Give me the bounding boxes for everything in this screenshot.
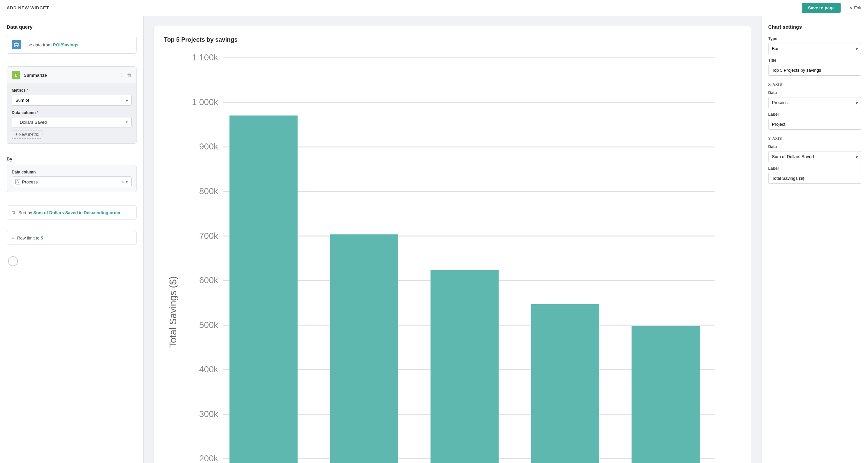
svg-text:200k: 200k (199, 453, 219, 463)
add-step-button[interactable]: + (8, 256, 18, 266)
summarize-actions: ⋮ 🗑 (120, 72, 131, 78)
connector-line-2 (13, 150, 13, 157)
row-limit-value[interactable]: 5 (41, 235, 43, 240)
connector-line-1 (13, 60, 13, 66)
sort-text: Sort by Sum of Dollars Saved in Descendi… (18, 210, 121, 215)
right-panel: Chart settings Type Bar Line Pie ▾ Title… (761, 16, 868, 463)
y-axis-section-label: Y-AXIS (768, 136, 861, 140)
page-title: ADD NEW WIDGET (7, 5, 49, 10)
process-clear-button[interactable]: × (121, 179, 124, 185)
svg-text:1 100k: 1 100k (192, 53, 218, 62)
new-metric-button[interactable]: + New metric (12, 130, 42, 139)
sort-field-link[interactable]: Sum of Dollars Saved (33, 210, 78, 215)
data-column-select[interactable]: # Dollars Saved ▾ (12, 117, 131, 127)
top-bar: ADD NEW WIDGET Save to page ✕ Exit (0, 0, 868, 16)
by-data-column-label: Data column (12, 170, 131, 174)
roi-savings-link[interactable]: ROI/Savings (53, 42, 79, 47)
metrics-label: Metrics * (12, 88, 131, 93)
svg-text:400k: 400k (199, 364, 219, 374)
x-data-select[interactable]: Process (768, 97, 861, 108)
x-axis-section-label: X-AXIS (768, 82, 861, 87)
summarize-header: Σ Summarize ⋮ 🗑 (7, 67, 136, 84)
row-limit-icon: ≡ (12, 235, 14, 240)
metrics-select-wrapper: Sum of Count of Average of Min of Max of… (12, 95, 131, 106)
by-label: By (7, 157, 136, 161)
bar-3 (431, 270, 499, 463)
summarize-label: Summarize (24, 73, 47, 78)
y-data-label: Data (768, 144, 861, 149)
type-select-wrapper: Bar Line Pie ▾ (768, 43, 861, 54)
close-icon: ✕ (849, 5, 852, 10)
bar-4 (531, 304, 599, 463)
x-label-input[interactable] (768, 119, 861, 130)
sort-icon: ⇅ (12, 210, 16, 215)
chart-title: Top 5 Projects by savings (164, 36, 741, 43)
type-label: Type (768, 36, 861, 41)
svg-text:900k: 900k (199, 141, 219, 152)
svg-text:1 000k: 1 000k (192, 97, 218, 107)
bar-5 (632, 326, 700, 463)
sort-box: ⇅ Sort by Sum of Dollars Saved in Descen… (7, 205, 136, 220)
summarize-left: Σ Summarize (12, 71, 47, 79)
summarize-delete-button[interactable]: 🗑 (127, 72, 131, 78)
divider (845, 4, 845, 12)
row-limit-text: Row limit to 5 (17, 235, 43, 240)
y-data-select-wrap: Sum of Dollars Saved ▾ (768, 151, 861, 162)
svg-text:Total Savings ($): Total Savings ($) (167, 276, 178, 348)
data-column-value: Dollars Saved (20, 120, 124, 125)
connector-line-5 (13, 245, 13, 252)
row-limit-box: ≡ Row limit to 5 (7, 231, 136, 245)
database-icon (12, 40, 21, 49)
process-select[interactable]: A Process × ▾ (12, 176, 131, 187)
data-column-label: Data column * (12, 110, 131, 115)
x-data-label: Data (768, 90, 861, 95)
data-query-title: Data query (7, 24, 136, 30)
svg-text:800k: 800k (199, 186, 219, 196)
chart-container: Top 5 Projects by savings Total Savings … (154, 26, 751, 463)
summarize-options-button[interactable]: ⋮ (120, 72, 124, 78)
summarize-icon: Σ (12, 71, 20, 79)
svg-text:300k: 300k (199, 409, 219, 419)
connector-line-4 (13, 220, 13, 226)
text-icon: A (16, 179, 20, 185)
exit-button[interactable]: ✕ Exit (849, 5, 861, 10)
chart-settings-title: Chart settings (768, 24, 861, 30)
hash-icon: # (16, 120, 18, 125)
data-source-box: Use data from ROI/Savings (7, 36, 136, 54)
y-data-select[interactable]: Sum of Dollars Saved (768, 151, 861, 162)
bar-1 (229, 115, 298, 463)
metrics-section: Metrics * Sum of Count of Average of Min… (7, 84, 136, 143)
title-input[interactable] (768, 65, 861, 76)
title-label: Title (768, 58, 861, 63)
svg-point-0 (14, 43, 18, 44)
summarize-box: Σ Summarize ⋮ 🗑 Metrics * Sum of Count o… (7, 66, 136, 144)
top-bar-actions: Save to page ✕ Exit (802, 3, 861, 13)
left-panel: Data query Use data from ROI/Savings Σ S… (0, 16, 144, 463)
y-label-input[interactable] (768, 173, 861, 184)
sort-order-link[interactable]: Descending order (84, 210, 121, 215)
by-section: By Data column A Process × ▾ (7, 150, 136, 192)
y-label-label: Label (768, 166, 861, 171)
process-value: Process (22, 179, 119, 185)
metrics-select[interactable]: Sum of Count of Average of Min of Max of (12, 95, 131, 106)
x-label-label: Label (768, 112, 861, 117)
bar-2 (330, 234, 398, 463)
type-select[interactable]: Bar Line Pie (768, 43, 861, 54)
save-to-page-button[interactable]: Save to page (802, 3, 841, 13)
by-box: Data column A Process × ▾ (7, 165, 136, 192)
data-source-label: Use data from ROI/Savings (24, 42, 79, 47)
svg-text:600k: 600k (199, 275, 219, 285)
chart-svg-wrap: Total Savings ($) (164, 50, 741, 463)
data-column-arrow: ▾ (126, 120, 128, 125)
connector-line-3 (13, 194, 13, 201)
main-layout: Data query Use data from ROI/Savings Σ S… (0, 16, 868, 463)
svg-text:500k: 500k (199, 320, 219, 330)
process-dropdown-arrow: ▾ (126, 180, 128, 184)
x-data-select-wrap: Process ▾ (768, 97, 861, 108)
svg-text:700k: 700k (199, 231, 219, 241)
chart-area: Top 5 Projects by savings Total Savings … (144, 16, 761, 463)
